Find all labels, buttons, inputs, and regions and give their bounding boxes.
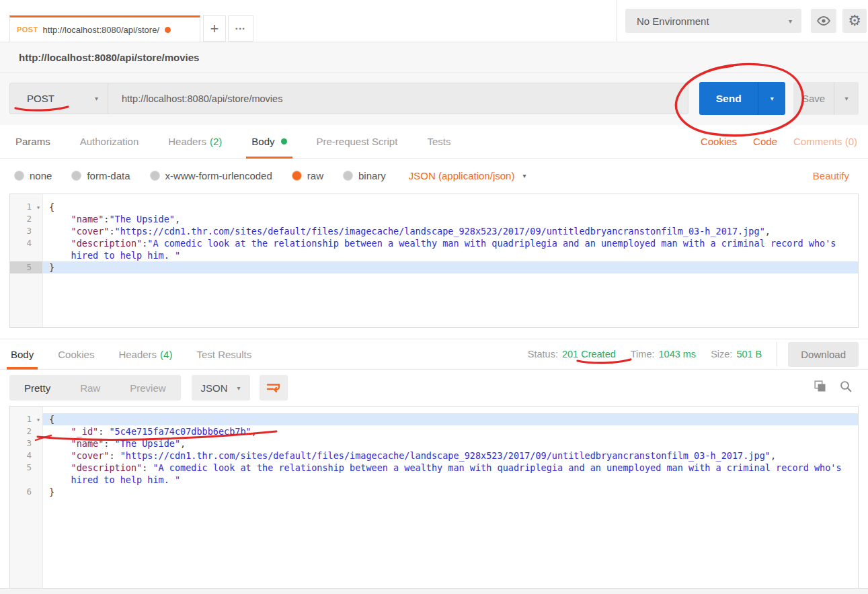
response-tab-headers[interactable]: Headers(4) [117, 339, 173, 369]
gear-icon: ⚙ [848, 13, 861, 28]
body-mode-x-www-form-urlencoded[interactable]: x-www-form-urlencoded [151, 170, 272, 181]
cookies-link[interactable]: Cookies [701, 136, 737, 147]
response-tab-body[interactable]: Body [9, 339, 35, 369]
code-token: { [49, 202, 54, 212]
line-number: 1▾ [10, 201, 42, 213]
save-button[interactable]: Save [793, 82, 834, 115]
radio-icon [72, 171, 81, 180]
code-line: 6} [10, 486, 858, 498]
code-line: 2 "_id": "5c4e715fa74c07dbbb6ecb7b", [10, 425, 858, 437]
response-tab-cookies[interactable]: Cookies [56, 339, 95, 369]
code-token: , [175, 214, 180, 224]
environment-quick-look-button[interactable] [811, 9, 836, 33]
code-line[interactable]: hired to help him. " [10, 249, 858, 261]
code-token: "A comedic look at the relationship betw… [153, 462, 841, 473]
url-input[interactable]: http://localhost:8080/api/store/movies [108, 93, 688, 104]
method-select[interactable]: POST ▾ [10, 83, 108, 114]
code-token: hired to help him. " [49, 474, 180, 485]
code-token: : [109, 226, 114, 237]
time-label: Time: [631, 349, 655, 359]
code-link[interactable]: Code [753, 136, 777, 147]
line-number [10, 474, 42, 486]
copy-icon [814, 380, 826, 392]
response-header: BodyCookiesHeaders(4)Test Results Status… [0, 339, 868, 370]
content-type-select[interactable]: JSON (application/json) ▾ [409, 170, 526, 181]
response-icon-group [814, 380, 868, 395]
code-text[interactable]: } [42, 261, 858, 273]
view-preview[interactable]: Preview [115, 375, 180, 400]
request-tab-authorization[interactable]: Authorization [78, 125, 141, 158]
line-number: 4 [10, 450, 42, 462]
search-response-button[interactable] [840, 380, 852, 395]
code-text[interactable]: "cover":"https://cdn1.thr.com/sites/defa… [42, 225, 858, 237]
code-text[interactable]: "name":"The Upside", [42, 213, 858, 225]
request-tab-headers[interactable]: Headers(2) [166, 125, 224, 158]
request-tab-params[interactable]: Params [13, 125, 52, 158]
request-tab-tests[interactable]: Tests [425, 125, 452, 158]
code-token: hired to help him. " [49, 250, 180, 261]
body-mode-none[interactable]: none [15, 170, 52, 181]
send-button[interactable]: Send [699, 82, 758, 115]
chevron-down-icon: ▾ [844, 95, 848, 102]
view-raw[interactable]: Raw [65, 375, 115, 400]
code-line[interactable]: 2 "name":"The Upside", [10, 213, 858, 225]
comments-link[interactable]: Comments (0) [793, 136, 857, 147]
response-format-select[interactable]: JSON ▾ [192, 375, 250, 400]
copy-response-button[interactable] [814, 380, 826, 395]
response-tab-test-results[interactable]: Test Results [195, 339, 253, 369]
more-tabs-button[interactable]: ••• [228, 15, 253, 42]
chevron-down-icon: ▾ [789, 17, 792, 25]
tab-label: Body [251, 136, 274, 147]
code-text: hired to help him. " [42, 474, 858, 486]
settings-button[interactable]: ⚙ [842, 9, 867, 33]
time-value: 1043 ms [659, 349, 697, 359]
unsaved-dot-icon [165, 27, 171, 33]
size-label: Size: [711, 349, 732, 359]
tab-label: Headers [118, 349, 157, 360]
beautify-link[interactable]: Beautify [813, 170, 849, 181]
request-tab-body[interactable]: Body [249, 125, 288, 158]
tab-label: Test Results [196, 349, 251, 360]
save-options-button[interactable]: ▾ [834, 82, 859, 115]
green-dot-icon [281, 138, 287, 144]
tab-url-label: http://localhost:8080/api/store/ [43, 25, 159, 35]
code-line[interactable]: 1▾{ [10, 201, 858, 213]
code-line: hired to help him. " [10, 474, 858, 486]
code-line: 3 "name": "The Upside", [10, 437, 858, 450]
view-pretty[interactable]: Pretty [9, 375, 65, 400]
environment-select[interactable]: No Environment ▾ [625, 9, 801, 33]
code-line[interactable]: 5} [10, 261, 858, 273]
body-mode-binary[interactable]: binary [344, 170, 386, 181]
code-text: "cover": "https://cdn1.thr.com/sites/def… [42, 450, 858, 462]
response-editor-lines: 1▾{2 "_id": "5c4e715fa74c07dbbb6ecb7b",3… [10, 407, 858, 498]
tab-count: (2) [210, 136, 222, 147]
save-button-group: Save ▾ [793, 82, 859, 115]
url-group: POST ▾ http://localhost:8080/api/store/m… [9, 83, 688, 114]
code-text[interactable]: { [42, 201, 858, 213]
request-body-editor[interactable]: 1▾{2 "name":"The Upside",3 "cover":"http… [9, 194, 859, 328]
code-text[interactable]: "description":"A comedic look at the rel… [42, 237, 858, 249]
request-tab-open[interactable]: POST http://localhost:8080/api/store/ [9, 15, 200, 42]
code-line[interactable]: 3 "cover":"https://cdn1.thr.com/sites/de… [10, 225, 858, 237]
download-button[interactable]: Download [788, 342, 859, 367]
code-token: "5c4e715fa74c07dbbb6ecb7b" [109, 426, 251, 437]
mode-label: form-data [87, 170, 130, 181]
request-links: Cookies Code Comments (0) [701, 125, 868, 158]
tab-label: Body [11, 349, 34, 360]
code-line[interactable]: 4 "description":"A comedic look at the r… [10, 237, 858, 249]
send-options-button[interactable]: ▾ [758, 82, 785, 115]
line-number [10, 249, 42, 261]
new-tab-button[interactable]: + [203, 15, 226, 42]
fold-arrow-icon[interactable]: ▾ [36, 414, 40, 426]
code-text: "_id": "5c4e715fa74c07dbbb6ecb7b", [42, 425, 858, 437]
wrap-lines-button[interactable] [260, 375, 288, 400]
tab-label: Params [15, 136, 50, 147]
request-tab-pre-request-script[interactable]: Pre-request Script [315, 125, 400, 158]
line-number: 2 [10, 213, 42, 225]
body-mode-row: noneform-datax-www-form-urlencodedrawbin… [0, 159, 868, 192]
fold-arrow-icon[interactable]: ▾ [36, 202, 40, 214]
body-mode-form-data[interactable]: form-data [72, 170, 130, 181]
code-text[interactable]: hired to help him. " [42, 249, 858, 261]
chevron-down-icon: ▾ [771, 95, 774, 102]
body-mode-raw[interactable]: raw [292, 170, 323, 181]
